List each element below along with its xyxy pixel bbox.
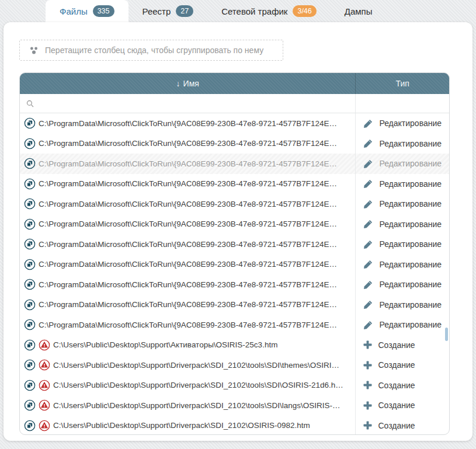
tab-badge: 3/46 (293, 5, 316, 18)
table-row[interactable]: C:\Users\Public\Desktop\Support\Driverpa… (20, 375, 449, 396)
table-row[interactable]: C:\Users\Public\Desktop\Support\Активато… (20, 335, 449, 356)
table-row[interactable]: C:\ProgramData\Microsoft\ClickToRun\{9AC… (20, 234, 449, 255)
content-card: Перетащите столбец сюда, чтобы сгруппиро… (4, 22, 472, 441)
table-body: C:\ProgramData\Microsoft\ClickToRun\{9AC… (20, 113, 449, 435)
table-row[interactable]: C:\ProgramData\Microsoft\ClickToRun\{9AC… (20, 295, 449, 315)
type-label: Создание (378, 360, 415, 370)
column-header-name[interactable]: ↓ Имя (20, 73, 355, 94)
tab-dumps[interactable]: Дампы (331, 0, 387, 22)
file-type-cell: Редактирование (355, 214, 449, 235)
create-type-icon (363, 381, 372, 389)
file-path: C:\ProgramData\Microsoft\ClickToRun\{9AC… (39, 300, 337, 309)
file-copy-icon (24, 158, 36, 169)
file-type-cell: Редактирование (355, 295, 449, 315)
file-name-cell: C:\ProgramData\Microsoft\ClickToRun\{9AC… (20, 255, 355, 275)
file-copy-icon (24, 359, 36, 371)
threat-warning-icon (39, 339, 50, 351)
threat-warning-icon (39, 380, 50, 391)
tab-label: Реестр (143, 6, 171, 16)
file-path: C:\ProgramData\Microsoft\ClickToRun\{9AC… (39, 280, 337, 289)
file-type-cell: Редактирование (355, 113, 449, 134)
type-label: Редактирование (379, 239, 442, 249)
create-type-icon (363, 340, 372, 349)
table-row[interactable]: C:\ProgramData\Microsoft\ClickToRun\{9AC… (20, 154, 449, 174)
table-row[interactable]: C:\ProgramData\Microsoft\ClickToRun\{9AC… (20, 315, 449, 335)
file-type-cell: Редактирование (355, 274, 449, 295)
file-path: C:\Users\Public\Desktop\Support\Driverpa… (53, 381, 343, 389)
file-copy-icon (24, 380, 36, 391)
file-name-cell: C:\ProgramData\Microsoft\ClickToRun\{9AC… (20, 194, 355, 214)
files-table: ↓ Имя Тип (19, 72, 450, 435)
type-label: Редактирование (379, 320, 442, 329)
edit-type-icon (363, 179, 373, 189)
table-row[interactable]: C:\Users\Public\Desktop\Support\Driverpa… (20, 416, 449, 436)
group-by-dropzone[interactable]: Перетащите столбец сюда, чтобы сгруппиро… (19, 40, 283, 61)
tab-label: Сетевой трафик (221, 6, 287, 16)
table-row[interactable]: C:\ProgramData\Microsoft\ClickToRun\{9AC… (20, 255, 449, 275)
type-label: Редактирование (379, 159, 442, 168)
file-path: C:\ProgramData\Microsoft\ClickToRun\{9AC… (39, 321, 337, 329)
column-header-name-label: Имя (183, 79, 199, 88)
file-type-cell: Редактирование (355, 315, 449, 335)
file-path: C:\ProgramData\Microsoft\ClickToRun\{9AC… (39, 139, 337, 148)
file-path: C:\ProgramData\Microsoft\ClickToRun\{9AC… (39, 260, 337, 269)
file-path: C:\Users\Public\Desktop\Support\Driverpa… (53, 421, 310, 430)
file-path: C:\Users\Public\Desktop\Support\Driverpa… (53, 361, 339, 370)
file-name-cell: C:\Users\Public\Desktop\Support\Активато… (20, 335, 355, 356)
file-copy-icon (24, 299, 36, 311)
file-type-cell: Редактирование (355, 154, 449, 174)
file-type-cell: Создание (355, 375, 449, 396)
table-row[interactable]: C:\ProgramData\Microsoft\ClickToRun\{9AC… (20, 134, 449, 154)
file-name-cell: C:\Users\Public\Desktop\Support\Driverpa… (20, 416, 355, 436)
file-copy-icon (24, 259, 36, 270)
type-label: Создание (378, 340, 415, 350)
table-row[interactable]: C:\Users\Public\Desktop\Support\Driverpa… (20, 355, 449, 375)
column-header-type[interactable]: Тип (355, 73, 449, 94)
file-path: C:\ProgramData\Microsoft\ClickToRun\{9AC… (39, 240, 337, 249)
table-row[interactable]: C:\ProgramData\Microsoft\ClickToRun\{9AC… (20, 113, 449, 134)
file-type-cell: Создание (355, 416, 449, 436)
file-copy-icon (24, 138, 36, 149)
type-filter-input[interactable] (355, 94, 449, 113)
type-label: Создание (378, 421, 415, 430)
file-name-cell: C:\Users\Public\Desktop\Support\Driverpa… (20, 375, 355, 396)
type-label: Редактирование (379, 280, 442, 289)
type-label: Редактирование (379, 119, 442, 128)
edit-type-icon (363, 259, 373, 269)
table-row[interactable]: C:\ProgramData\Microsoft\ClickToRun\{9AC… (20, 274, 449, 295)
name-filter-input[interactable] (20, 94, 355, 113)
type-label: Редактирование (379, 300, 442, 309)
tab-network[interactable]: Сетевой трафик 3/46 (207, 0, 331, 22)
table-row[interactable]: C:\ProgramData\Microsoft\ClickToRun\{9AC… (20, 174, 449, 194)
sort-descending-icon: ↓ (176, 79, 180, 88)
edit-type-icon (363, 300, 373, 309)
table-row[interactable]: C:\ProgramData\Microsoft\ClickToRun\{9AC… (20, 214, 449, 235)
table-row[interactable]: C:\ProgramData\Microsoft\ClickToRun\{9AC… (20, 194, 449, 214)
file-path: C:\ProgramData\Microsoft\ClickToRun\{9AC… (39, 179, 337, 188)
file-copy-icon (24, 279, 36, 290)
file-copy-icon (24, 198, 36, 210)
file-name-cell: C:\ProgramData\Microsoft\ClickToRun\{9AC… (20, 174, 355, 194)
file-name-cell: C:\ProgramData\Microsoft\ClickToRun\{9AC… (20, 274, 355, 295)
type-label: Создание (378, 381, 415, 390)
file-name-cell: C:\ProgramData\Microsoft\ClickToRun\{9AC… (20, 295, 355, 315)
type-label: Создание (378, 401, 415, 410)
create-type-icon (363, 361, 372, 370)
table-row[interactable]: C:\Users\Public\Desktop\Support\Driverpa… (20, 395, 449, 416)
file-path: C:\Users\Public\Desktop\Support\Driverpa… (53, 401, 340, 410)
vertical-scrollbar-thumb[interactable] (445, 328, 448, 341)
file-path: C:\ProgramData\Microsoft\ClickToRun\{9AC… (39, 159, 337, 168)
file-name-cell: C:\ProgramData\Microsoft\ClickToRun\{9AC… (20, 113, 355, 134)
edit-type-icon (363, 159, 373, 169)
type-label: Редактирование (379, 199, 442, 208)
file-copy-icon (24, 339, 36, 351)
tab-badge: 27 (176, 5, 193, 18)
edit-type-icon (363, 219, 373, 229)
file-type-cell: Редактирование (355, 174, 449, 194)
tab-registry[interactable]: Реестр 27 (128, 0, 208, 22)
tab-bar: Файлы 335 Реестр 27 Сетевой трафик 3/46 … (0, 0, 476, 22)
file-type-cell: Редактирование (355, 255, 449, 275)
file-type-cell: Редактирование (355, 234, 449, 255)
tab-files[interactable]: Файлы 335 (46, 0, 128, 22)
file-copy-icon (24, 399, 36, 411)
